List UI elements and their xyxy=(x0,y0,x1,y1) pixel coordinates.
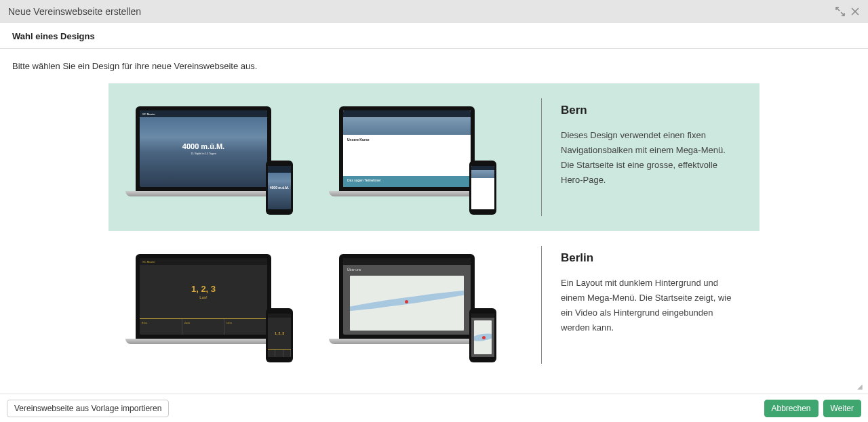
preview-bern-list: Unsere Kurse Das sagen Teilnehmer xyxy=(339,100,509,215)
modal-title: Neue Vereinswebseite erstellen xyxy=(8,6,141,17)
footer-actions: Abbrechen Weiter xyxy=(764,400,862,417)
next-button[interactable]: Weiter xyxy=(823,400,861,417)
preview-hero-subtext: Los! xyxy=(199,295,207,299)
design-list: SC Muster 4000 m.ü.M. 15 Gipfel in 15 Ta… xyxy=(108,83,760,379)
instruction-text: Bitte wählen Sie ein Design für ihre neu… xyxy=(12,61,856,71)
design-option-berlin[interactable]: SC Muster 1, 2, 3 Los! Eins Zwei Drei xyxy=(108,231,760,379)
design-info: Bern Dieses Design verwendet einen fixen… xyxy=(561,98,760,216)
cancel-button[interactable]: Abbrechen xyxy=(764,400,818,417)
design-description: Dieses Design verwendet einen fixen Navi… xyxy=(561,128,739,188)
preview-hero-subtext: 15 Gipfel in 15 Tagen xyxy=(191,152,216,155)
laptop-mockup: SC Muster 4000 m.ü.M. 15 Gipfel in 15 Ta… xyxy=(136,106,271,196)
close-icon[interactable] xyxy=(850,7,860,16)
content-area: Bitte wählen Sie ein Design für ihre neu… xyxy=(0,49,868,394)
preview-nav: SC Muster xyxy=(140,110,267,117)
phone-mockup xyxy=(469,308,496,362)
preview-hero-text: 4000 m.ü.M. xyxy=(182,142,224,150)
laptop-mockup: SC Muster 1, 2, 3 Los! Eins Zwei Drei xyxy=(136,254,271,344)
preview-bern-hero: SC Muster 4000 m.ü.M. 15 Gipfel in 15 Ta… xyxy=(136,100,305,215)
preview-berlin-hero: SC Muster 1, 2, 3 Los! Eins Zwei Drei xyxy=(136,247,305,362)
laptop-mockup: Über uns xyxy=(339,254,475,344)
divider xyxy=(541,246,542,364)
design-name: Bern xyxy=(561,104,739,117)
preview-berlin-map: Über uns xyxy=(339,247,509,362)
design-name: Berlin xyxy=(561,251,739,265)
modal-header: Neue Vereinswebseite erstellen xyxy=(0,0,868,23)
design-previews: SC Muster 4000 m.ü.M. 15 Gipfel in 15 Ta… xyxy=(108,98,536,216)
expand-icon[interactable] xyxy=(835,7,845,16)
modal-header-actions xyxy=(835,7,860,16)
design-description: Ein Layout mit dunklem Hintergrund und e… xyxy=(561,276,739,335)
import-template-button[interactable]: Vereinswebseite aus Vorlage importieren xyxy=(7,400,169,417)
design-info: Berlin Ein Layout mit dunklem Hintergrun… xyxy=(561,246,760,364)
design-previews: SC Muster 1, 2, 3 Los! Eins Zwei Drei xyxy=(108,246,536,364)
phone-mockup xyxy=(469,161,496,215)
design-option-bern[interactable]: SC Muster 4000 m.ü.M. 15 Gipfel in 15 Ta… xyxy=(108,83,760,231)
step-title: Wahl eines Designs xyxy=(12,31,856,41)
preview-hero-text: 1, 2, 3 xyxy=(191,284,216,294)
map-preview xyxy=(350,276,464,331)
laptop-mockup: Unsere Kurse Das sagen Teilnehmer xyxy=(339,106,475,196)
phone-mockup: 4000 m.ü.M. xyxy=(266,161,293,215)
phone-mockup: 1, 2, 3 xyxy=(266,308,293,362)
divider xyxy=(541,98,542,216)
modal-footer: Vereinswebseite aus Vorlage importieren … xyxy=(0,394,868,422)
step-header: Wahl eines Designs xyxy=(0,23,868,49)
